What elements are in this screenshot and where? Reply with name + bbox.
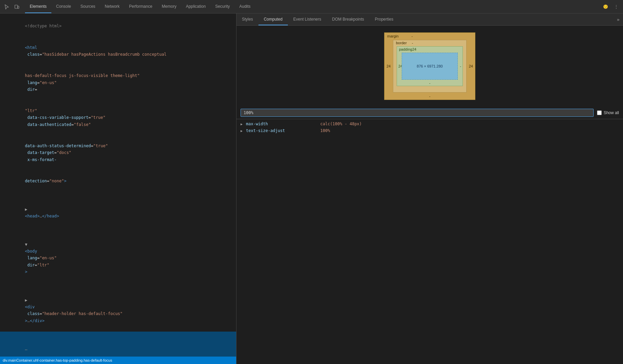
box-model-diagram: margin - 24 24 - border - padding24 24 -… xyxy=(384,32,475,100)
padding-bottom-val: - xyxy=(429,81,430,85)
toolbar-icons xyxy=(3,3,21,11)
tab-sources[interactable]: Sources xyxy=(76,0,100,13)
tab-dom-breakpoints[interactable]: DOM Breakpoints xyxy=(327,14,370,25)
border-label: border xyxy=(396,41,407,45)
prop-arrow-text-size: ▶ xyxy=(241,129,245,133)
show-all-checkbox[interactable] xyxy=(597,110,602,115)
prop-value-text-size: 100% xyxy=(320,128,330,133)
svg-rect-1 xyxy=(18,6,19,8)
prop-value-max-width: calc(100% - 48px) xyxy=(320,122,362,126)
tab-event-listeners[interactable]: Event Listeners xyxy=(288,14,327,25)
show-all-label: Show all xyxy=(604,110,619,115)
tab-application[interactable]: Application xyxy=(181,0,210,13)
html-line-3: "ltr" data-css-variable-support="true" d… xyxy=(0,100,236,135)
filter-input[interactable] xyxy=(241,109,594,117)
tab-memory[interactable]: Memory xyxy=(157,0,181,13)
right-panel: Styles Computed Event Listeners DOM Brea… xyxy=(236,14,623,364)
main-container-line[interactable]: … ▶ <div class="mainContainer uhf-contai… xyxy=(0,332,236,357)
toolbar: Elements Console Sources Network Perform… xyxy=(0,0,623,14)
tab-security[interactable]: Security xyxy=(210,0,234,13)
tab-console[interactable]: Console xyxy=(51,0,76,13)
border-box: border - padding24 24 - - 876 × 6971.280 xyxy=(393,40,467,93)
left-panel: <!doctype html> <html class="hasSidebar … xyxy=(0,14,236,364)
padding-label: padding24 xyxy=(399,47,416,51)
padding-box: padding24 24 - - 876 × 6971.280 xyxy=(397,46,463,86)
tab-properties[interactable]: Properties xyxy=(369,14,399,25)
more-tabs-button[interactable]: » xyxy=(614,14,623,25)
margin-bottom-val: - xyxy=(429,94,430,98)
toolbar-tabs: Elements Console Sources Network Perform… xyxy=(25,0,601,13)
doctype-line: <!doctype html> xyxy=(0,16,236,37)
content-size: 876 × 6971.280 xyxy=(417,64,443,68)
html-line-4: data-auth-status-determined="true" data-… xyxy=(0,135,236,171)
tab-network[interactable]: Network xyxy=(100,0,124,13)
css-properties-list: ▶ max-width calc(100% - 48px) ▶ text-siz… xyxy=(236,119,623,364)
margin-left-val: 24 xyxy=(387,64,391,68)
status-bar: div.mainContainer.uhf-container.has-top-… xyxy=(0,357,236,364)
box-model-area: margin - 24 24 - border - padding24 24 -… xyxy=(236,26,623,107)
emoji-icon[interactable]: 🙂 xyxy=(601,3,609,11)
svg-rect-0 xyxy=(15,5,18,8)
device-icon[interactable] xyxy=(13,3,21,11)
elements-content[interactable]: <!doctype html> <html class="hasSidebar … xyxy=(0,14,236,357)
html-line-1: <html class="hasSidebar hasPageActions h… xyxy=(0,37,236,65)
tab-styles[interactable]: Styles xyxy=(236,14,258,25)
body-line[interactable]: ▼ <body lang="en-us" dir="ltr" > xyxy=(0,227,236,283)
tab-computed[interactable]: Computed xyxy=(258,14,288,25)
padding-right-val: - xyxy=(460,64,461,68)
main-layout: <!doctype html> <html class="hasSidebar … xyxy=(0,14,623,364)
margin-top-val: - xyxy=(412,34,413,38)
tab-audits[interactable]: Audits xyxy=(234,0,255,13)
css-prop-text-size-adjust[interactable]: ▶ text-size-adjust 100% xyxy=(236,127,623,134)
html-line-2: has-default-focus js-focus-visible theme… xyxy=(0,65,236,100)
content-box: 876 × 6971.280 xyxy=(402,53,458,80)
breadcrumb-text: div.mainContainer.uhf-container.has-top-… xyxy=(3,358,112,362)
toolbar-right: 🙂 ⋮ xyxy=(601,3,620,11)
cursor-icon[interactable] xyxy=(3,3,11,11)
show-all-container: Show all xyxy=(597,110,619,115)
border-dash: - xyxy=(412,41,413,45)
more-options-icon[interactable]: ⋮ xyxy=(612,3,620,11)
css-prop-max-width[interactable]: ▶ max-width calc(100% - 48px) xyxy=(236,121,623,127)
html-line-5: detection="none"> xyxy=(0,171,236,192)
tab-elements[interactable]: Elements xyxy=(25,0,51,13)
prop-name-text-size: text-size-adjust xyxy=(246,128,314,133)
right-tabs: Styles Computed Event Listeners DOM Brea… xyxy=(236,14,623,26)
filter-bar: Show all xyxy=(236,107,623,119)
head-line[interactable]: ▶ <head>…</head> xyxy=(0,192,236,227)
header-holder-line[interactable]: ▶ <div class="header-holder has-default-… xyxy=(0,283,236,332)
tab-performance[interactable]: Performance xyxy=(124,0,157,13)
prop-arrow-max-width: ▶ xyxy=(241,122,245,126)
margin-label: margin xyxy=(387,34,399,38)
prop-name-max-width: max-width xyxy=(246,122,314,126)
margin-right-val: 24 xyxy=(469,64,473,68)
